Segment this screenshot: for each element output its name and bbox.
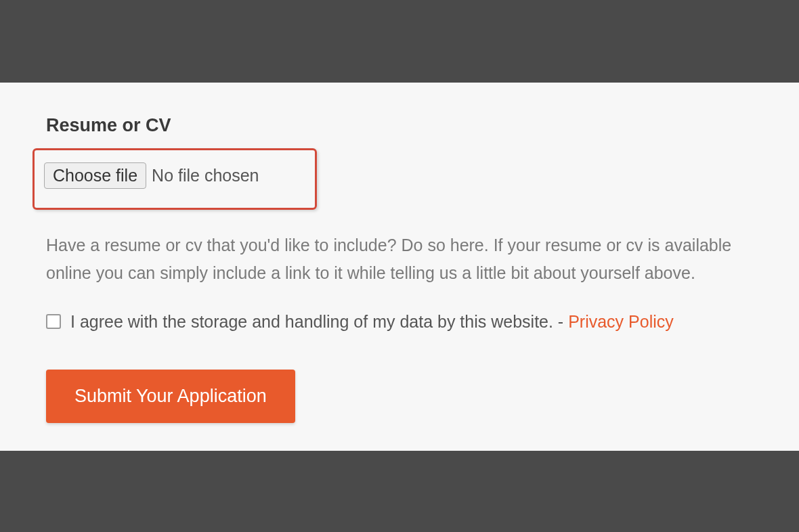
privacy-policy-link[interactable]: Privacy Policy	[568, 312, 674, 331]
file-input-container: Choose file No file chosen	[33, 148, 317, 210]
consent-row: I agree with the storage and handling of…	[46, 312, 753, 332]
resume-help-text: Have a resume or cv that you'd like to i…	[46, 231, 750, 288]
choose-file-button[interactable]: Choose file	[44, 162, 146, 189]
submit-application-button[interactable]: Submit Your Application	[46, 370, 295, 423]
consent-checkbox[interactable]	[46, 314, 61, 329]
consent-text: I agree with the storage and handling of…	[70, 312, 674, 332]
application-form-modal: Resume or CV Choose file No file chosen …	[0, 83, 799, 451]
consent-label: I agree with the storage and handling of…	[70, 312, 568, 331]
resume-section-title: Resume or CV	[46, 115, 753, 136]
file-chosen-status: No file chosen	[152, 166, 259, 185]
